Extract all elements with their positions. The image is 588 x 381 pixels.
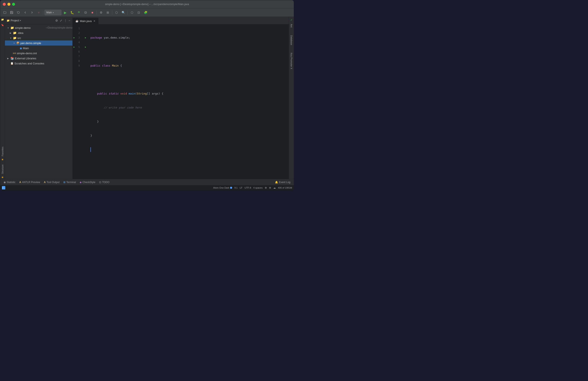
favorites-label[interactable]: Favorites <box>1 145 4 158</box>
file-copy-icon[interactable]: ⊕ <box>265 186 267 189</box>
run-button[interactable]: ▶ <box>62 10 68 16</box>
line-ending[interactable]: LF <box>240 187 243 189</box>
android-button[interactable]: ⬡ <box>114 10 120 16</box>
line-num-9: 9 <box>73 63 82 68</box>
run-config-chevron: ▾ <box>53 11 54 14</box>
code-line-8: } <box>90 133 286 138</box>
memory-indicator[interactable]: 406 of 1981M <box>278 187 292 189</box>
file-tree: ▾ 📁 simple-demo ~/Desktop/simple-demo ▶ … <box>5 24 72 179</box>
inspect-button[interactable]: ⬡ <box>129 10 135 16</box>
tree-item-scratches[interactable]: ▶ 📋 Scratches and Consoles <box>5 61 72 66</box>
panel-gear-icon[interactable]: ⚙ <box>55 19 59 23</box>
code-editor[interactable]: 1 2 ▶3 4 ▶5 6 7 8 9 <box>73 24 289 179</box>
profile-button[interactable] <box>83 10 88 16</box>
bookmark-icon[interactable]: 🔖 <box>0 23 5 27</box>
tab-close-icon[interactable]: ✕ <box>93 20 96 23</box>
line-num-4: 4 <box>73 40 82 45</box>
layout-button[interactable]: ⊡ <box>136 10 142 16</box>
editor-area: ☕ Main.java ✕ 1 2 ▶3 4 ▶5 <box>73 17 289 179</box>
status-right: Atom One Dark 9:1 LF UTF-8 4 spaces ⊕ ⊗ … <box>213 186 292 189</box>
tab-tool-output[interactable]: A Tool Output <box>42 180 61 185</box>
panel-expand-icon[interactable]: ⤢ <box>59 19 63 23</box>
run-config-label: Main <box>46 11 52 14</box>
forward-button[interactable] <box>29 10 35 16</box>
tool-output-icon: A <box>44 181 46 184</box>
gutter-2 <box>83 31 88 35</box>
theme-name: Atom One Dark <box>213 187 230 189</box>
git-fetch-icon[interactable]: ⊗ <box>269 186 271 189</box>
tab-antlr-preview[interactable]: A ANTLR Preview <box>18 180 42 185</box>
refresh-button[interactable] <box>16 10 21 16</box>
back-button[interactable] <box>22 10 28 16</box>
tab-checkstyle[interactable]: ◈ CheckStyle <box>78 180 97 185</box>
main-window: simple-demo [~/Desktop/simple-demo] – ..… <box>0 0 294 190</box>
tree-item-external-libs[interactable]: ▶ 📚 External Libraries <box>5 56 72 61</box>
tab-todo[interactable]: ⊡ TODO <box>97 180 111 185</box>
save-button[interactable] <box>9 10 15 16</box>
minimize-button[interactable] <box>7 3 10 6</box>
code-line-1: package yan.demo.simple; <box>90 35 286 40</box>
debug-button[interactable]: 🐛 <box>69 10 75 16</box>
git-button[interactable]: ⑂ <box>36 10 42 16</box>
main-content: 📁 🔖 Favorites ★ Structure ★ 📁 Project ▾ <box>0 17 294 179</box>
tab-terminal[interactable]: ⊞ Terminal <box>62 180 78 185</box>
run-arrow-3: ▶ <box>74 35 75 40</box>
gutter-7 <box>83 54 88 59</box>
close-button[interactable] <box>3 3 6 6</box>
chevron-right-icon: ▶ <box>9 32 12 34</box>
tree-item-src[interactable]: ▾ 📁 src <box>5 35 72 41</box>
plugin-button[interactable]: 🧩 <box>143 10 148 16</box>
coverage-button[interactable]: ☂ <box>76 10 82 16</box>
indent-setting[interactable]: 4 spaces <box>253 187 263 189</box>
stop-button[interactable]: ■ <box>89 10 95 16</box>
gutter-6 <box>83 49 88 54</box>
bottom-tabs-bar: ◉ Statistic A ANTLR Preview A Tool Outpu… <box>0 179 294 185</box>
folder-idea-icon: 📁 <box>13 31 17 35</box>
checkstyle-icon: ◈ <box>80 181 82 184</box>
database-label[interactable]: Database <box>290 34 293 46</box>
grid-button[interactable]: ⊞ <box>105 10 111 16</box>
panel-menu-icon[interactable]: ⋮ <box>63 19 67 23</box>
keyword-package: package <box>90 35 102 40</box>
favorites-star-icon: ★ <box>1 158 4 161</box>
tab-statistic[interactable]: ◉ Statistic <box>2 180 17 185</box>
open-folder-button[interactable] <box>2 10 8 16</box>
tab-terminal-label: Terminal <box>66 181 76 184</box>
svg-text:i: i <box>2 187 3 189</box>
event-log-button[interactable]: 🔔 Event Log <box>273 180 292 185</box>
keyword-public-3: public <box>90 63 100 68</box>
settings-button[interactable]: ⚙ <box>98 10 104 16</box>
line-num-8: 8 <box>73 59 82 63</box>
search-button[interactable]: 🔍 <box>120 10 126 16</box>
folder-src-icon: 📁 <box>13 36 17 40</box>
structure-label[interactable]: Structure <box>1 163 4 176</box>
encoding[interactable]: UTF-8 <box>245 187 251 189</box>
tree-item-iml[interactable]: ▶ iml simple-demo.iml <box>5 51 72 56</box>
tree-sublabel-simple-demo: ~/Desktop/simple-demo <box>46 26 72 29</box>
chevron-right-libs-icon: ▶ <box>7 57 10 60</box>
run-config-selector[interactable]: Main ▾ <box>44 10 62 15</box>
tab-checkstyle-label: CheckStyle <box>83 181 95 184</box>
theme-indicator[interactable]: Atom One Dark <box>213 187 232 189</box>
cursor-position[interactable]: 9:1 <box>234 187 237 189</box>
ant-label[interactable]: Ant <box>290 23 293 28</box>
todo-icon: ⊡ <box>99 181 101 184</box>
gutter-3: ▶ <box>83 35 88 40</box>
tab-main-java[interactable]: ☕ Main.java ✕ <box>73 18 99 24</box>
tree-item-idea[interactable]: ▶ 📁 .idea <box>5 30 72 35</box>
tree-item-package[interactable]: ▾ 📦 yan.demo.simple <box>5 41 72 45</box>
cloud-sync-icon[interactable]: ☁ <box>273 186 276 189</box>
code-content[interactable]: package yan.demo.simple; public class Ma… <box>88 24 289 179</box>
tree-item-simple-demo[interactable]: ▾ 📁 simple-demo ~/Desktop/simple-demo <box>5 25 72 30</box>
tree-item-main-class[interactable]: ▶ ◉ Main <box>5 45 72 51</box>
maximize-button[interactable] <box>12 3 15 6</box>
panel-title-label: Project <box>11 19 19 22</box>
svg-rect-2 <box>11 13 13 14</box>
panel-close-icon[interactable]: − <box>68 19 71 23</box>
project-icon[interactable]: 📁 <box>0 17 5 22</box>
iml-icon: iml <box>13 52 16 54</box>
line-num-7: 7 <box>73 54 82 59</box>
tab-tool-output-label: Tool Output <box>47 181 60 184</box>
key-promoter-label[interactable]: Key Promoter X <box>290 52 293 70</box>
gutter-4 <box>83 40 88 45</box>
